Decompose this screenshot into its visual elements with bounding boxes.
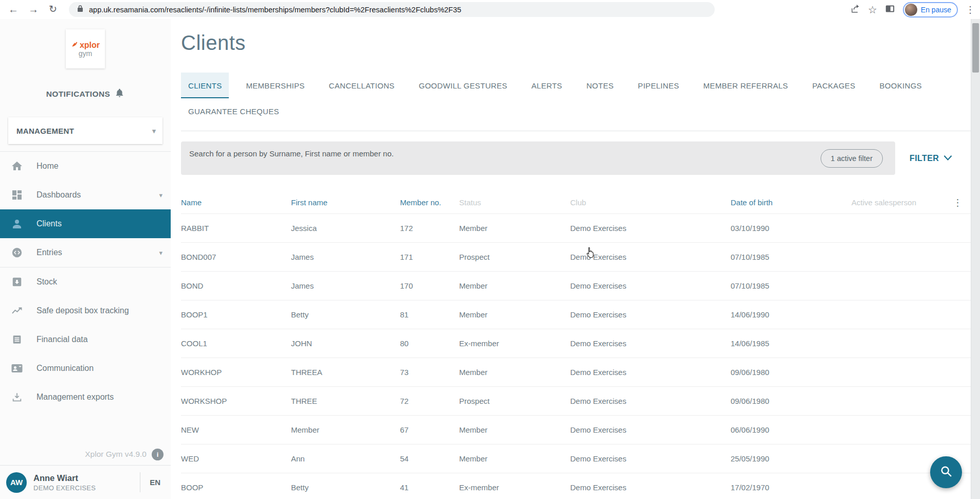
column-header-date-of-birth[interactable]: Date of birth [731,198,840,207]
sidebar-item-management-exports[interactable]: Management exports [0,383,171,412]
tab-guarantee-cheques[interactable]: GUARANTEE CHEQUES [181,98,286,124]
sidebar-item-label: Stock [37,277,57,287]
clients-table: NameFirst nameMember no.StatusClubDate o… [181,191,971,499]
cell-first-name: Betty [291,483,400,492]
page-scrollbar[interactable] [971,19,980,499]
table-row[interactable]: BOND007James171ProspectDemo Exercises07/… [181,243,971,272]
sidebar-item-label: Dashboards [37,190,81,200]
cell-club: Demo Exercises [570,425,731,434]
table-row[interactable]: COOL1JOHN80Ex-memberDemo Exercises14/06/… [181,329,971,358]
sidebar-item-label: Entries [37,248,62,257]
cell-club: Demo Exercises [570,339,731,348]
receipt-icon [10,334,24,345]
cell-name: BOOP1 [181,310,291,319]
cell-date-of-birth: 14/06/1990 [731,310,840,319]
side-panel-icon[interactable] [885,4,895,15]
cell-status: Member [459,281,570,290]
cell-member-no: 41 [400,483,459,492]
tab-clients[interactable]: CLIENTS [181,73,229,98]
tab-member-referrals[interactable]: MEMBER REFERRALS [696,73,795,98]
sidebar-item-entries[interactable]: Entries ▾ [0,238,171,267]
browser-forward-icon[interactable]: → [28,4,39,14]
table-row[interactable]: BOOPBetty41Ex-memberDemo Exercises17/02/… [181,473,971,499]
language-button[interactable]: EN [140,472,166,492]
table-header-row: NameFirst nameMember no.StatusClubDate o… [181,191,971,214]
cell-club: Demo Exercises [570,224,731,233]
column-header-first-name[interactable]: First name [291,198,400,207]
table-row[interactable]: RABBITJessica172MemberDemo Exercises03/1… [181,214,971,243]
sidebar-item-label: Safe deposit box tracking [37,306,129,315]
sidebar-item-communication[interactable]: Communication [0,354,171,383]
sidebar-item-home[interactable]: Home [0,152,171,181]
notifications-label: NOTIFICATIONS [46,90,111,99]
user-menu[interactable]: AW Anne Wiart DEMO EXERCISES EN [0,465,171,499]
filter-button[interactable]: FILTER [910,154,952,163]
notifications-button[interactable]: NOTIFICATIONS [0,88,171,100]
tab-cancellations[interactable]: CANCELLATIONS [322,73,402,98]
context-selector[interactable]: MANAGEMENT ▾ [8,117,162,144]
cell-status: Member [459,425,570,434]
page-title: Clients [181,30,971,55]
browser-reload-icon[interactable]: ↻ [49,4,57,14]
cell-first-name: JOHN [291,339,400,348]
cell-name: WORKHOP [181,368,291,377]
browser-menu-icon[interactable]: ⋮ [966,4,975,15]
sidebar-item-label: Financial data [37,335,88,344]
sidebar-item-safe-deposit[interactable]: Safe deposit box tracking [0,296,171,325]
stock-icon [10,276,24,288]
cell-date-of-birth: 06/06/1990 [731,425,840,434]
dashboard-icon [10,189,24,201]
table-row[interactable]: WORKSHOPTHREE72ProspectDemo Exercises09/… [181,387,971,416]
cell-member-no: 67 [400,425,459,434]
column-settings-icon[interactable]: ⋮ [953,197,963,208]
address-bar[interactable]: app.uk.resamania.com/resaclients/-/infin… [69,2,715,17]
column-header-member-no[interactable]: Member no. [400,198,459,207]
cell-club: Demo Exercises [570,281,731,290]
cell-club: Demo Exercises [570,368,731,377]
tab-goodwill-gestures[interactable]: GOODWILL GESTURES [411,73,514,98]
table-row[interactable]: WEDAnn54MemberDemo Exercises25/05/1990 [181,444,971,473]
scrollbar-thumb[interactable] [972,23,979,73]
tab-bar-row-2: GUARANTEE CHEQUES [181,98,971,124]
cell-status: Member [459,224,570,233]
browser-profile-button[interactable]: En pause [903,2,958,17]
cell-member-no: 72 [400,397,459,405]
tab-bookings[interactable]: BOOKINGS [872,73,929,98]
share-icon[interactable] [850,4,860,16]
column-header-status[interactable]: Status [459,198,570,207]
cell-member-no: 170 [400,281,459,290]
cell-member-no: 81 [400,310,459,319]
sidebar-item-label: Communication [37,364,94,373]
user-organisation: DEMO EXERCISES [33,484,140,492]
table-row[interactable]: NEWMember67MemberDemo Exercises06/06/199… [181,416,971,444]
cell-name: BOND [181,281,291,290]
table-row[interactable]: BONDJames170MemberDemo Exercises07/10/19… [181,272,971,300]
cell-first-name: Member [291,425,400,434]
column-header-name[interactable]: Name [181,198,291,207]
tab-packages[interactable]: PACKAGES [805,73,863,98]
table-row[interactable]: BOOP1Betty81MemberDemo Exercises14/06/19… [181,300,971,329]
sidebar-item-stock[interactable]: Stock [0,268,171,296]
tab-pipelines[interactable]: PIPELINES [631,73,686,98]
sidebar-item-dashboards[interactable]: Dashboards ▾ [0,181,171,209]
app-logo[interactable]: xplor gym [66,29,105,68]
cell-member-no: 73 [400,368,459,377]
column-header-club[interactable]: Club [570,198,731,207]
active-filter-chip[interactable]: 1 active filter [821,149,883,168]
browser-back-icon[interactable]: ← [8,4,19,14]
search-fab-button[interactable] [930,456,962,488]
tab-memberships[interactable]: MEMBERSHIPS [239,73,312,98]
sidebar-item-financial-data[interactable]: Financial data [0,325,171,354]
bookmark-star-icon[interactable]: ☆ [868,4,877,16]
tab-notes[interactable]: NOTES [579,73,621,98]
table-row[interactable]: WORKHOPTHREEA73MemberDemo Exercises09/06… [181,358,971,387]
cell-club: Demo Exercises [570,454,731,463]
column-header-active-salesperson[interactable]: Active salesperson [840,198,945,207]
tab-alerts[interactable]: ALERTS [524,73,570,98]
search-input[interactable]: Search for a person by Surname, First na… [181,141,895,175]
cell-club: Demo Exercises [570,253,731,261]
cell-club: Demo Exercises [570,483,731,492]
info-icon[interactable]: i [152,449,164,460]
sidebar-item-clients[interactable]: Clients [0,209,171,238]
cell-date-of-birth: 14/06/1985 [731,339,840,348]
